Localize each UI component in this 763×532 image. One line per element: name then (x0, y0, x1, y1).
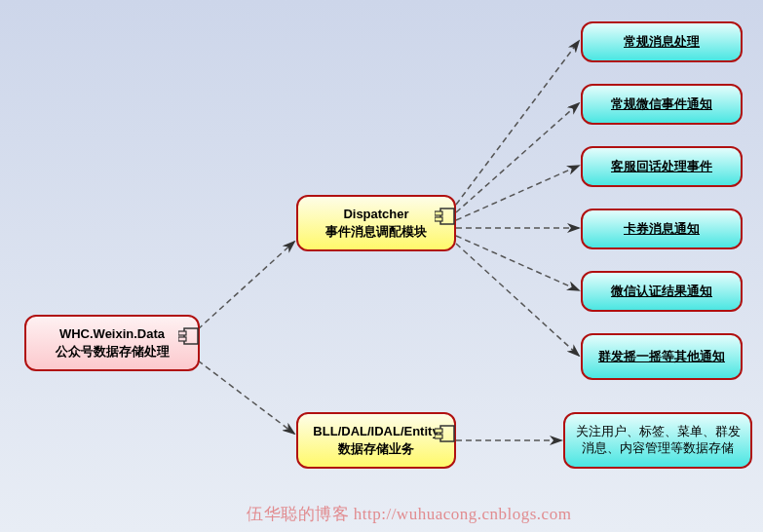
node-customer-service: 客服回话处理事件 (581, 146, 743, 187)
node-label: 群发摇一摇等其他通知 (598, 348, 725, 365)
svg-rect-3 (440, 209, 454, 224)
node-label: 常规微信事件通知 (611, 95, 712, 113)
node-label-1: Dispatcher (343, 206, 408, 223)
edge-dispatcher-r3 (456, 166, 579, 220)
node-wechat-event: 常规微信事件通知 (581, 84, 743, 125)
node-label-1: BLL/DAL/IDAL/Entity (313, 423, 439, 440)
component-icon (178, 326, 200, 346)
node-label-2: 事件消息调配模块 (325, 223, 427, 241)
edge-data-bll (198, 361, 294, 434)
node-label-1: WHC.Weixin.Data (59, 325, 165, 343)
node-mass-shake: 群发摇一摇等其他通知 (581, 333, 743, 380)
edge-dispatcher-r1 (456, 41, 579, 205)
node-label: 客服回话处理事件 (611, 158, 712, 175)
node-whc-weixin-data: WHC.Weixin.Data 公众号数据存储处理 (24, 315, 200, 371)
watermark-text: 伍华聪的博客 http://wuhuacong.cnblogs.com (247, 503, 571, 525)
node-follow-users: 关注用户、标签、菜单、群发消息、内容管理等数据存储 (563, 412, 752, 469)
component-icon (435, 424, 456, 443)
node-label-2: 公众号数据存储处理 (56, 343, 170, 361)
svg-rect-5 (435, 217, 442, 221)
edge-data-dispatcher (198, 242, 294, 329)
edge-dispatcher-r2 (456, 103, 579, 212)
svg-rect-2 (178, 337, 186, 341)
svg-rect-6 (440, 426, 454, 441)
node-label-2: 数据存储业务 (338, 440, 414, 458)
node-bll-dal-idal-entity: BLL/DAL/IDAL/Entity 数据存储业务 (296, 412, 456, 469)
svg-rect-0 (184, 328, 198, 344)
node-auth-result: 微信认证结果通知 (581, 271, 743, 312)
node-label: 常规消息处理 (624, 33, 700, 51)
node-regular-message: 常规消息处理 (581, 21, 743, 62)
svg-rect-4 (435, 211, 442, 215)
edge-dispatcher-r6 (456, 244, 579, 356)
component-icon (435, 207, 456, 226)
svg-rect-8 (435, 435, 442, 438)
svg-rect-1 (178, 331, 186, 335)
svg-rect-7 (435, 429, 442, 433)
node-dispatcher: Dispatcher 事件消息调配模块 (296, 195, 456, 251)
node-label: 关注用户、标签、菜单、群发消息、内容管理等数据存储 (575, 424, 741, 457)
edge-dispatcher-r5 (456, 236, 579, 290)
node-label: 卡券消息通知 (624, 220, 700, 238)
node-label: 微信认证结果通知 (611, 283, 712, 300)
node-card-coupon: 卡券消息通知 (581, 209, 743, 249)
